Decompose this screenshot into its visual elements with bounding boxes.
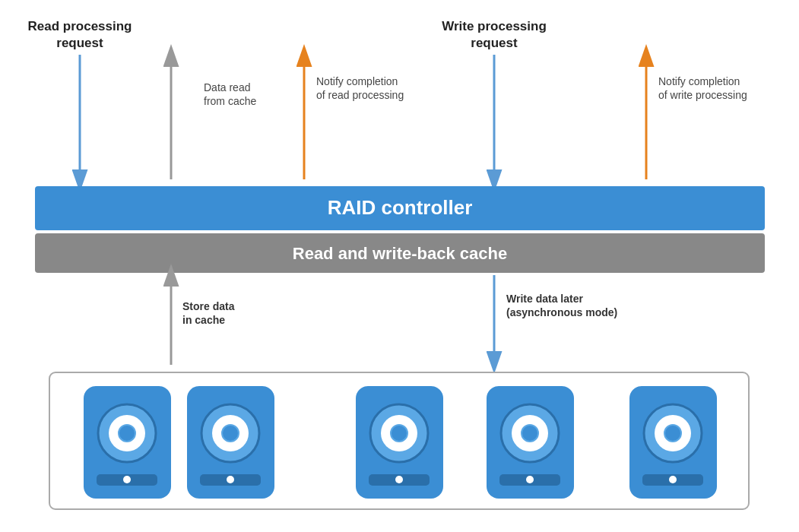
store-data-label: Store data [182, 300, 235, 312]
write-data-later-label: Write data later [506, 293, 583, 305]
read-request-label: Read processing [28, 19, 132, 33]
disk-1 [84, 386, 171, 499]
write-request-label2: request [471, 36, 518, 50]
data-read-cache-label: Data read [204, 81, 250, 93]
read-request-label2: request [56, 36, 103, 50]
cache-label: Read and write-back cache [293, 244, 507, 263]
notify-write-label: Notify completion [658, 75, 740, 87]
svg-point-17 [222, 425, 239, 442]
svg-point-13 [123, 476, 131, 483]
svg-point-31 [526, 476, 534, 483]
notify-read-label: Notify completion [316, 75, 398, 87]
svg-point-37 [669, 476, 677, 483]
raid-controller-label: RAID controller [328, 196, 473, 219]
svg-point-11 [119, 425, 135, 442]
svg-point-25 [395, 476, 403, 483]
svg-point-19 [227, 476, 234, 483]
notify-write-label2: of write processing [658, 89, 747, 101]
svg-point-23 [391, 425, 407, 442]
data-read-cache-label2: from cache [204, 95, 256, 107]
write-request-label: Write processing [442, 19, 547, 33]
store-data-label2: in cache [182, 314, 225, 326]
notify-read-label2: of read processing [316, 89, 404, 101]
disk-5 [629, 386, 717, 499]
diagram-container: Read processing request Write processing… [0, 0, 799, 532]
svg-point-35 [664, 425, 681, 442]
disk-3 [356, 386, 443, 499]
disk-4 [487, 386, 574, 499]
svg-point-29 [522, 425, 538, 442]
diagram-svg: Read processing request Write processing… [0, 0, 799, 532]
disk-2 [187, 386, 274, 499]
write-data-later-label2: (asynchronous mode) [506, 306, 617, 318]
